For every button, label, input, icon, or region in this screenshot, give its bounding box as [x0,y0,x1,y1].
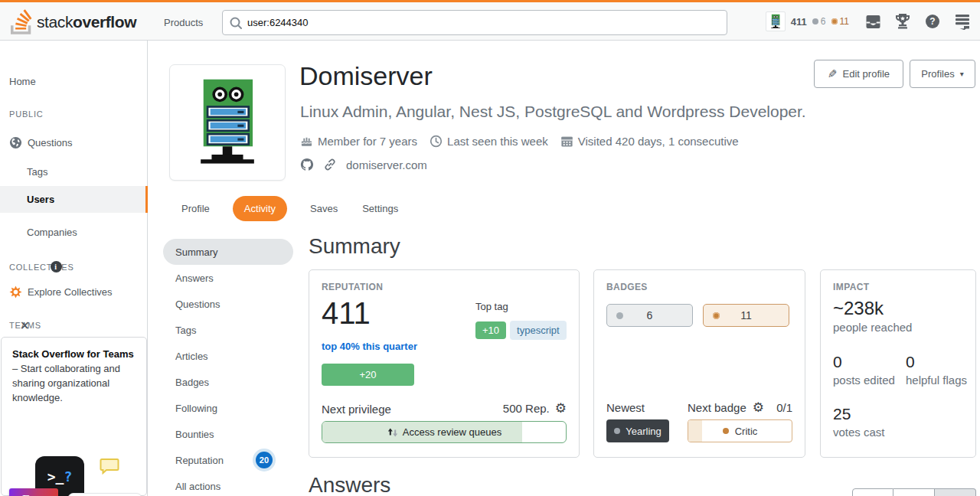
inbox-icon[interactable] [864,13,881,30]
search-bar[interactable] [222,10,727,35]
promo-mini-card [67,493,142,496]
summary-heading: Summary [309,234,400,259]
sidebar-item-home[interactable]: Home [0,70,148,93]
subnav-item-badges[interactable]: Badges [163,369,293,395]
bronze-badge-icon [723,428,729,434]
sidebar-item-explore-collectives[interactable]: Explore Collectives [0,280,148,303]
subnav-item-bounties[interactable]: Bounties [163,421,293,447]
tab-saves[interactable]: Saves [309,196,339,221]
tab-activity[interactable]: Activity [233,196,287,221]
people-reached-value: ~238k [833,298,884,319]
top-tag-name[interactable]: typescript [510,321,567,340]
sort-option-button[interactable] [893,488,935,496]
search-icon [229,16,243,30]
chevron-down-icon: ▾ [960,70,964,78]
subnav-item-following[interactable]: Following [163,395,293,421]
cake-icon [300,135,313,148]
sidebar-item-users[interactable]: Users [0,186,148,213]
top-bar: stackoverflow Products [0,0,980,41]
gear-icon[interactable]: ⚙ [753,401,764,414]
subnav-item-summary[interactable]: Summary [163,239,293,265]
subnav-item-questions[interactable]: Questions [163,291,293,317]
profile-avatar[interactable] [169,64,286,181]
top-tag-row: +10 typescript [475,321,567,340]
speech-bubble-icon [100,458,119,476]
edit-profile-button[interactable]: ✎ Edit profile [814,60,903,88]
calendar-icon [560,135,573,148]
reputation-rank-link[interactable]: top 40% this quarter [322,341,417,352]
close-icon[interactable]: ✕ [20,318,31,333]
reputation-value: 411 [322,296,371,331]
globe-icon [9,136,22,149]
next-badge-label-row: Next badge ⚙ [688,401,764,414]
badges-card: BADGES 6 11 Newest Next badge ⚙ 0/1 Year… [593,269,805,458]
badge-pills-row: 6 11 [606,304,789,327]
profile-tagline: Linux Admin, Angular, Nest JS, PostgreSQ… [300,103,806,121]
profile-name: Domiserver [299,61,433,91]
gear-icon[interactable]: ⚙ [555,402,567,415]
subnav-item-answers[interactable]: Answers [163,265,293,291]
info-icon[interactable]: i [51,261,62,272]
top-tag-label: Top tag [475,301,508,312]
posts-edited-stat: 0 posts edited [833,353,895,387]
subnav-item-tags[interactable]: Tags [163,317,293,343]
github-icon[interactable] [300,158,314,171]
tab-profile[interactable]: Profile [180,196,211,221]
badges-card-label: BADGES [606,282,648,292]
silver-badges-pill[interactable]: 6 [606,304,693,327]
user-avatar-small [766,11,786,31]
silver-badge-icon [812,18,818,24]
pencil-icon: ✎ [828,67,838,81]
clock-icon [430,135,443,148]
tab-settings[interactable]: Settings [361,196,400,221]
next-privilege-label: Next privilege [322,403,391,416]
search-input[interactable] [247,17,720,28]
collectives-star-icon [9,286,22,299]
subnav-item-articles[interactable]: Articles [163,343,293,369]
silver-badge-icon [616,312,623,319]
subnav-item-all-actions[interactable]: All actions [163,473,293,496]
next-privilege-rep: 500 Rep. ⚙ [503,402,567,415]
newest-badge-label: Newest [606,401,645,414]
left-sidebar: Home PUBLIC Questions Tags Users Compani… [0,41,148,496]
nav-products[interactable]: Products [158,14,209,31]
votes-cast-stat: 25 votes cast [833,405,885,439]
sidebar-header-collectives: COLLECTIVES i [9,263,74,272]
sort-option-button[interactable] [935,488,976,496]
bronze-badge-icon [831,18,838,24]
sidebar-item-questions[interactable]: Questions [0,131,148,154]
profiles-dropdown-button[interactable]: Profiles ▾ [910,60,975,88]
reputation-count-badge: 20 [256,452,273,468]
newest-badge-pill[interactable]: Yearling [606,419,669,442]
teams-promo-card: Stack Overflow for Teams – Start collabo… [1,337,147,496]
silver-badge-icon [614,428,620,434]
next-badge-progress-fill [688,420,702,442]
reputation-count: 411 [791,16,807,28]
next-badge-pill[interactable]: Critic [688,419,792,442]
privilege-progress-bar[interactable]: Access review queues [322,421,567,443]
profile-meta-row: Member for 7 years Last seen this week V… [300,135,739,148]
achievements-trophy-icon[interactable] [894,13,911,30]
reputation-card: REPUTATION 411 top 40% this quarter +20 … [309,269,580,458]
bronze-badges-pill[interactable]: 11 [703,304,789,327]
next-badge-progress: 0/1 [776,401,792,414]
free-badge: Free [9,488,58,496]
bronze-badge-count: 11 [831,16,849,27]
stackoverflow-logo-icon [11,9,32,34]
reputation-recent-change[interactable]: +20 [322,364,414,386]
website-link-icon [323,158,337,171]
stack-exchange-icon[interactable] [954,13,971,30]
stackoverflow-logo[interactable]: stackoverflow [11,9,136,34]
help-icon[interactable]: ? [924,13,941,30]
privilege-progress-text: Access review queues [322,422,566,442]
sidebar-item-companies[interactable]: Companies [0,220,148,243]
sidebar-header-teams: TEAMS ✕ [9,321,41,330]
sort-option-button[interactable] [852,488,893,496]
sidebar-item-tags[interactable]: Tags [0,160,148,183]
topbar-user-summary[interactable]: 411 6 11 [763,9,851,34]
website-link[interactable]: domiserver.com [346,158,427,171]
visited-days: Visited 420 days, 1 consecutive [560,135,739,148]
subnav-item-reputation[interactable]: Reputation20 [163,447,293,473]
answers-sort-segmented-control [852,488,976,496]
teams-promo-text: Stack Overflow for Teams – Start collabo… [12,348,136,405]
